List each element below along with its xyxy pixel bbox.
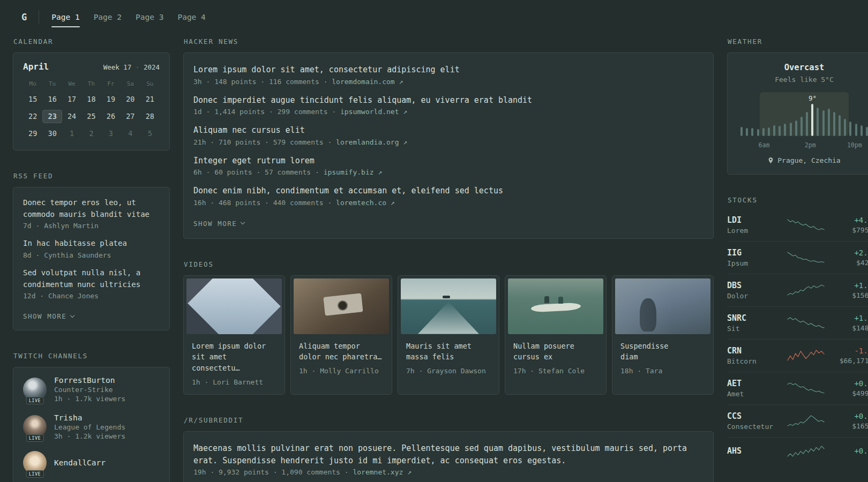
stock-price: $165.84	[852, 422, 868, 430]
hackernews-source-link[interactable]: loremlandia.org	[336, 138, 399, 146]
hackernews-item-title[interactable]: Integer eget rutrum lorem	[193, 155, 704, 167]
stock-values: +0.51%$165.84	[852, 412, 868, 430]
temperature-bar	[795, 120, 797, 136]
twitch-channel[interactable]: LIVEKendallCarr	[23, 451, 160, 475]
channel-category: Counter-Strike	[54, 386, 125, 394]
hackernews-item: Donec enim nibh, condimentum et accumsan…	[193, 185, 704, 207]
stock-row[interactable]: CRNBitcorn-1.00%$66,171.48	[727, 339, 868, 372]
rss-item-title[interactable]: Sed volutpat nulla nisl, a condimentum n…	[23, 267, 160, 290]
twitch-channel[interactable]: LIVEForrestBurtonCounter-Strike1h · 1.7k…	[23, 376, 160, 403]
calendar-day: 18	[81, 93, 101, 106]
stock-price: $148.64	[852, 324, 868, 332]
stock-change: +0.51%	[852, 412, 868, 420]
rss-show-more-button[interactable]: SHOW MORE	[23, 312, 74, 320]
hackernews-widget: HACKER NEWS Lorem ipsum dolor sit amet, …	[183, 37, 714, 239]
channel-info: KendallCarr	[54, 458, 106, 467]
chevron-down-icon	[70, 313, 74, 318]
calendar-day: 17	[62, 93, 81, 106]
video-info: Nullam posuere cursus ex17h · Stefan Col…	[508, 334, 603, 381]
video-card[interactable]: Aliquam tempor dolor nec pharetra…1h · M…	[290, 275, 392, 395]
calendar-header: April Week 17 · 2024	[23, 62, 160, 72]
stock-row[interactable]: SNRCSit+1.36%$148.64	[727, 306, 868, 339]
calendar-day-header: Fr	[101, 80, 121, 87]
stock-identity: SNRCSit	[727, 313, 787, 333]
calendar-day-header: We	[62, 80, 81, 87]
video-card[interactable]: Lorem ipsum dolor sit amet consectetu…1h…	[183, 275, 285, 395]
calendar-day: 15	[23, 93, 42, 106]
channel-name[interactable]: ForrestBurton	[54, 376, 125, 385]
stock-values: +0.46%	[854, 447, 868, 457]
channel-info: ForrestBurtonCounter-Strike1h · 1.7k vie…	[54, 376, 125, 403]
hackernews-source-link[interactable]: loremdomain.com	[332, 78, 394, 86]
live-badge: LIVE	[26, 434, 44, 442]
hackernews-item-title[interactable]: Lorem ipsum dolor sit amet, consectetur …	[193, 64, 704, 76]
weather-card: Overcast Feels like 5°C 9°6am2pm10pm Pra…	[727, 52, 868, 175]
subreddit-item-title[interactable]: Maecenas mollis pulvinar erat non posuer…	[193, 442, 704, 466]
weather-location: Prague, Czechia	[737, 156, 868, 164]
stock-row[interactable]: CCSConsectetur+0.51%$165.84	[727, 404, 868, 437]
subreddit-item-meta: 19h · 9,932 points · 1,090 comments · lo…	[193, 468, 704, 476]
dashboard-grid: CALENDAR April Week 17 · 2024 MoTuWeThFr…	[0, 31, 868, 482]
stock-row[interactable]: IIGIpsum+2.84%$42.04	[727, 241, 868, 274]
subreddit-widget: /R/SUBREDDIT Maecenas mollis pulvinar er…	[183, 416, 714, 482]
post-meta-text: 19h · 9,932 points · 1,090 comments ·	[193, 468, 353, 476]
post-meta-text: 21h · 710 points · 579 comments ·	[193, 138, 336, 146]
video-card[interactable]: Suspendisse diam18h · Tara	[612, 275, 714, 395]
rss-item-title[interactable]: Donec tempor eros leo, ut commodo mauris…	[23, 197, 160, 220]
stock-identity: CCSConsectetur	[727, 411, 787, 431]
video-info: Lorem ipsum dolor sit amet consectetu…1h…	[186, 334, 282, 392]
hackernews-item: Donec imperdiet augue tincidunt felis al…	[193, 94, 704, 116]
left-column: CALENDAR April Week 17 · 2024 MoTuWeThFr…	[13, 37, 170, 482]
tab-page-3[interactable]: Page 3	[129, 9, 170, 26]
channel-meta: 3h · 1.2k viewers	[54, 432, 125, 440]
stock-row[interactable]: LDILorem+4.35%$795.18	[727, 209, 868, 241]
calendar-month: April	[23, 62, 49, 72]
channel-name[interactable]: KendallCarr	[54, 458, 106, 467]
stock-row[interactable]: AHS+0.46%	[727, 437, 868, 466]
hackernews-source-link[interactable]: ipsumify.biz	[324, 168, 374, 176]
hackernews-source-link[interactable]: loremtech.co	[336, 199, 386, 207]
calendar-day: 21	[140, 93, 160, 106]
tab-page-1[interactable]: Page 1	[44, 9, 86, 26]
stock-row[interactable]: DBSDolor+1.42%$156.28	[727, 274, 868, 306]
tab-page-4[interactable]: Page 4	[170, 9, 212, 26]
twitch-channel[interactable]: LIVETrishaLeague of Legends3h · 1.2k vie…	[23, 413, 160, 440]
temperature-bar	[811, 104, 813, 136]
subreddit-widget-title: /R/SUBREDDIT	[184, 416, 714, 424]
stock-values: -1.00%$66,171.48	[840, 347, 868, 365]
stock-row[interactable]: AETAmet+0.92%$499.72	[727, 372, 868, 404]
stock-sparkline	[787, 217, 825, 233]
weather-hourly-chart: 9°6am2pm10pm	[737, 90, 868, 150]
stock-name: Consectetur	[727, 423, 787, 431]
stock-identity: DBSDolor	[727, 281, 787, 300]
hackernews-item-title[interactable]: Donec imperdiet augue tincidunt felis al…	[193, 94, 704, 107]
live-badge: LIVE	[26, 470, 44, 478]
tab-page-2[interactable]: Page 2	[87, 9, 129, 26]
hackernews-show-more-button[interactable]: SHOW MORE	[193, 220, 244, 228]
channel-name[interactable]: Trisha	[54, 413, 125, 422]
hackernews-card: Lorem ipsum dolor sit amet, consectetur …	[183, 52, 714, 239]
hackernews-item-title[interactable]: Donec enim nibh, condimentum et accumsan…	[193, 185, 704, 197]
video-card[interactable]: Nullam posuere cursus ex17h · Stefan Col…	[505, 275, 607, 395]
top-navigation: G Page 1Page 2Page 3Page 4	[0, 0, 868, 31]
calendar-day: 27	[121, 110, 140, 123]
temperature-bar	[773, 125, 775, 136]
stock-sparkline	[787, 348, 825, 364]
stock-change: +0.46%	[854, 447, 868, 455]
stock-name: Lorem	[727, 227, 787, 235]
subreddit-source-link[interactable]: loremnet.xyz	[353, 468, 403, 476]
video-card[interactable]: Mauris sit amet massa felis7h · Grayson …	[398, 275, 499, 395]
chevron-down-icon	[241, 220, 245, 224]
external-link-icon: ↗	[374, 168, 383, 176]
location-pin-icon	[768, 157, 774, 164]
rss-item-title[interactable]: In hac habitasse platea	[23, 238, 160, 250]
calendar-day: 25	[81, 110, 101, 123]
hackernews-item-title[interactable]: Aliquam nec cursus elit	[193, 124, 704, 137]
hackernews-source-link[interactable]: ipsumworld.net	[340, 108, 399, 116]
channel-meta: 1h · 1.7k viewers	[54, 395, 125, 403]
channel-avatar: LIVE	[23, 415, 47, 439]
stock-identity: AETAmet	[727, 379, 787, 398]
app-logo[interactable]: G	[21, 10, 39, 24]
video-meta: 1h · Lori Barnett	[192, 378, 276, 386]
rss-item-meta: 12d · Chance Jones	[23, 292, 160, 300]
